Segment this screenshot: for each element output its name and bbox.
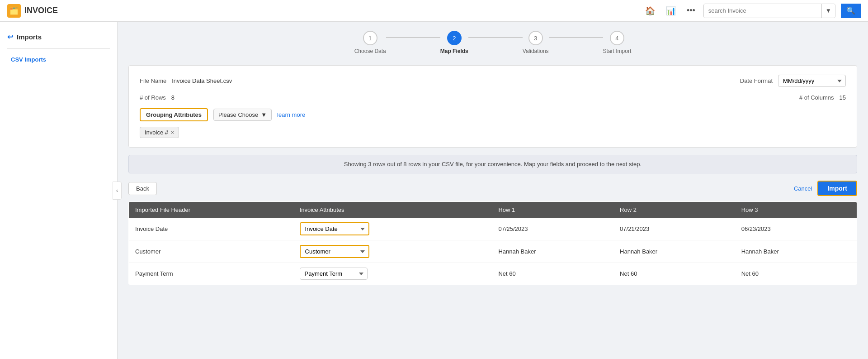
sidebar: ↩ Imports CSV Imports [0,22,118,359]
attribute-select[interactable]: Payment Term [300,268,368,280]
search-dropdown-button[interactable]: ▼ [821,4,835,18]
step-2-circle: 2 [447,31,462,45]
columns-label: # of Columns [799,94,834,101]
attribute-cell: Customer [293,240,492,263]
date-format-label: Date Format [740,77,773,84]
table-row: CustomerCustomerHannah BakerHannah Baker… [129,240,857,263]
search-input[interactable] [704,4,821,18]
form-row-2: # of Rows 8 # of Columns 15 [140,94,846,101]
chart-button[interactable]: 📊 [663,3,679,19]
step-4: 4 Start Import [603,31,632,54]
chevron-down-icon: ▼ [261,111,267,118]
step-1: 1 Choose Data [354,31,386,54]
data-cell-3: 06/23/2023 [735,218,857,240]
page-layout: ↩ Imports CSV Imports ‹ 1 Choose Data 2 … [0,22,868,359]
please-choose-button[interactable]: Please Choose ▼ [213,109,272,121]
app-title: INVOICE [24,6,58,15]
data-cell-2: Hannah Baker [613,240,735,263]
app-logo: 🗂️ INVOICE [7,4,58,18]
imported-header-cell: Payment Term [129,263,293,285]
step-3-circle: 3 [528,31,543,45]
table-row: Invoice DateInvoice Date07/25/202307/21/… [129,218,857,240]
sidebar-collapse-button[interactable]: ‹ [113,182,122,200]
learn-more-link[interactable]: learn more [277,111,305,118]
action-row: Back Cancel Import [128,181,857,196]
columns-group: # of Columns 15 [799,94,846,101]
import-button[interactable]: Import [817,181,857,196]
stepper: 1 Choose Data 2 Map Fields 3 Validations [128,31,857,54]
file-name-label: File Name [140,77,166,84]
home-button[interactable]: 🏠 [642,3,658,19]
date-format-group: Date Format MM/dd/yyyy dd/MM/yyyy yyyy-M… [740,75,846,87]
attribute-cell: Payment Term [293,263,492,285]
data-cell-1: Hannah Baker [492,240,613,263]
tag-close-icon[interactable]: × [171,129,174,136]
step-3-label: Validations [523,48,549,54]
date-format-select[interactable]: MM/dd/yyyy dd/MM/yyyy yyyy-MM-dd [778,75,846,87]
step-3: 3 Validations [523,31,549,54]
columns-value: 15 [840,94,846,101]
col-header-row3: Row 3 [735,202,857,218]
form-panel: File Name Invoice Data Sheet.csv Date Fo… [128,65,857,148]
col-header-imported: Imported File Header [129,202,293,218]
sidebar-item-csv-imports[interactable]: CSV Imports [0,53,117,67]
mapping-table: Imported File Header Invoice Attributes … [128,201,857,285]
step-1-label: Choose Data [354,48,386,54]
attribute-select[interactable]: Customer [301,246,368,257]
file-name-value: Invoice Data Sheet.csv [172,77,232,84]
grouping-attributes-label: Grouping Attributes [140,108,208,121]
search-icon: 🔍 [846,7,855,14]
attribute-select[interactable]: Invoice Date [301,223,368,235]
col-header-row1: Row 1 [492,202,613,218]
col-header-row2: Row 2 [613,202,735,218]
action-right: Cancel Import [794,181,857,196]
step-2-label: Map Fields [440,48,468,54]
step-4-circle: 4 [610,31,624,45]
back-button[interactable]: Back [128,182,157,195]
step-1-circle: 1 [363,31,377,45]
step-line-3 [549,37,603,38]
sidebar-title: Imports [17,33,42,41]
data-cell-1: Net 60 [492,263,613,285]
attribute-cell: Invoice Date [293,218,492,240]
data-cell-3: Hannah Baker [735,240,857,263]
search-button[interactable]: 🔍 [841,4,861,18]
invoice-tag: Invoice # × [140,127,179,138]
step-2: 2 Map Fields [440,31,468,54]
data-cell-3: Net 60 [735,263,857,285]
main-content: 1 Choose Data 2 Map Fields 3 Validations [118,22,868,359]
cancel-link[interactable]: Cancel [794,185,812,192]
chart-icon: 📊 [666,6,676,15]
data-cell-2: 07/21/2023 [613,218,735,240]
step-line-1 [386,37,440,38]
table-header-row: Imported File Header Invoice Attributes … [129,202,857,218]
table-row: Payment TermPayment TermNet 60Net 60Net … [129,263,857,285]
sidebar-divider [7,48,110,49]
more-button[interactable]: ••• [684,3,698,18]
step-line-2 [468,37,523,38]
col-header-attributes: Invoice Attributes [293,202,492,218]
top-navigation: 🗂️ INVOICE 🏠 📊 ••• ▼ 🔍 [0,0,868,22]
search-container: ▼ [703,4,835,18]
info-bar: Showing 3 rows out of 8 rows in your CSV… [128,155,857,173]
imported-header-cell: Invoice Date [129,218,293,240]
data-cell-1: 07/25/2023 [492,218,613,240]
file-name-group: File Name Invoice Data Sheet.csv [140,77,232,84]
rows-group: # of Rows 8 [140,94,175,101]
grouping-attributes-row: Grouping Attributes Please Choose ▼ lear… [140,108,846,121]
form-row-1: File Name Invoice Data Sheet.csv Date Fo… [140,75,846,87]
rows-label: # of Rows [140,94,166,101]
step-4-label: Start Import [603,48,632,54]
rows-value: 8 [171,94,175,101]
tag-row: Invoice # × [140,127,846,138]
imported-header-cell: Customer [129,240,293,263]
sidebar-section-title: ↩ Imports [0,29,117,45]
more-icon: ••• [687,6,695,15]
home-icon: 🏠 [645,6,655,15]
data-cell-2: Net 60 [613,263,735,285]
logo-icon: 🗂️ [7,4,21,18]
arrow-icon: ↩ [7,33,13,41]
